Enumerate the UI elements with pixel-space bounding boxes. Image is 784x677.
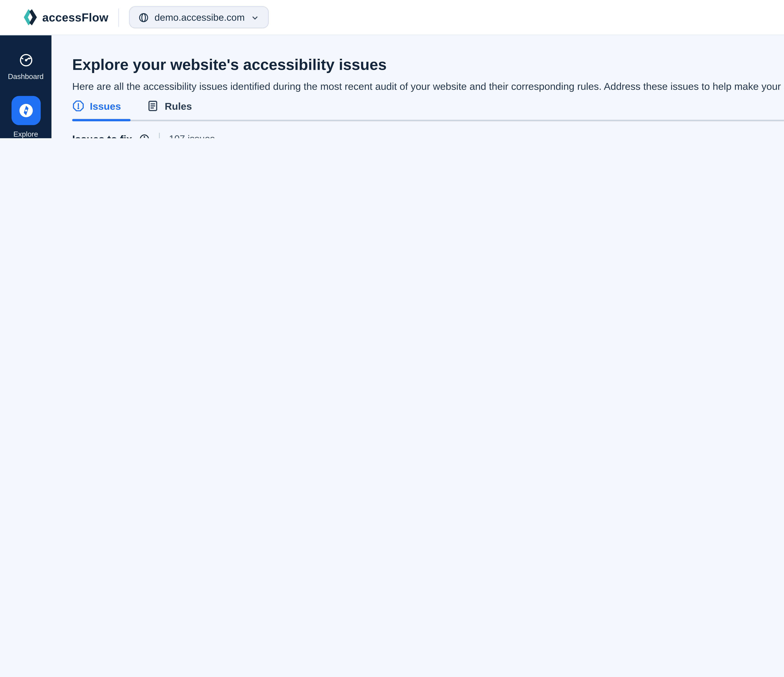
brand-logo[interactable]: accessFlow	[24, 9, 109, 25]
accessflow-logo-icon	[24, 9, 37, 25]
compass-icon	[17, 102, 34, 119]
page-subtitle: Here are all the accessibility issues id…	[72, 81, 784, 92]
alert-octagon-icon	[72, 100, 84, 112]
gauge-icon	[18, 52, 33, 68]
site-selector-label: demo.accessibe.com	[155, 12, 245, 23]
topbar-divider	[118, 8, 119, 26]
chevron-down-icon	[250, 13, 259, 22]
main-content: Explore your website's accessibility iss…	[51, 34, 784, 138]
rules-doc-icon	[147, 100, 159, 112]
active-nav-tile	[11, 96, 40, 125]
tab-bar: IssuesRules	[72, 100, 192, 121]
section-heading-row: Issues to fix 107 issues	[72, 133, 215, 138]
sidebar-nav: DashboardExploreRecurringPagesJourneysAs…	[0, 34, 51, 138]
site-selector[interactable]: demo.accessibe.com	[129, 6, 269, 28]
sidebar-item-label: Explore	[13, 130, 38, 138]
brand-name: accessFlow	[42, 11, 108, 24]
tab-underline-active	[72, 119, 131, 121]
section-divider	[159, 133, 160, 138]
app-root: accessFlow demo.accessibe.com Jr JENNY	[0, 0, 784, 138]
sidebar-item-dashboard[interactable]: Dashboard	[0, 52, 51, 81]
tab-rules[interactable]: Rules	[147, 100, 192, 121]
tab-label: Issues	[90, 100, 121, 112]
section-heading: Issues to fix	[72, 133, 132, 138]
globe-icon	[138, 12, 149, 23]
sidebar-item-label: Dashboard	[8, 72, 44, 81]
sidebar-item-explore[interactable]: Explore	[0, 96, 51, 138]
tab-label: Rules	[165, 100, 192, 112]
tab-underline-track	[72, 120, 784, 121]
issue-count: 107 issues	[169, 134, 215, 138]
top-bar: accessFlow demo.accessibe.com Jr JENNY	[0, 0, 784, 35]
tab-issues[interactable]: Issues	[72, 100, 121, 121]
info-icon[interactable]	[139, 134, 150, 138]
page-title: Explore your website's accessibility iss…	[72, 56, 386, 74]
